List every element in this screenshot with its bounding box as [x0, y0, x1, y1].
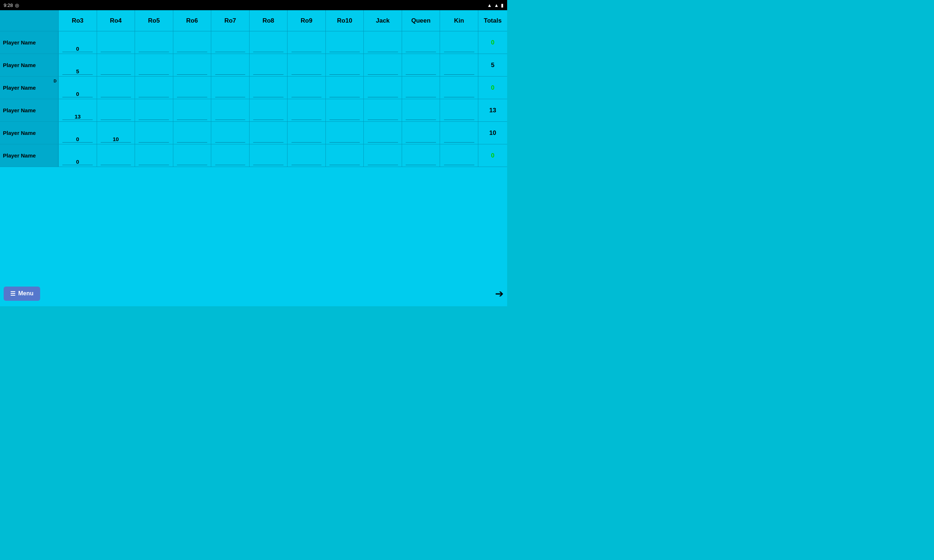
score-cell-3-3[interactable]	[173, 99, 211, 122]
score-cell-1-5[interactable]	[249, 54, 288, 76]
score-cell-0-0[interactable]	[59, 31, 97, 54]
score-input-1-0[interactable]	[62, 68, 92, 75]
score-input-4-6[interactable]	[291, 136, 322, 143]
score-cell-2-5[interactable]	[249, 77, 288, 99]
score-cell-0-9[interactable]	[402, 31, 440, 54]
score-input-4-0[interactable]	[62, 136, 92, 143]
score-cell-0-5[interactable]	[249, 31, 288, 54]
score-input-2-0[interactable]	[62, 91, 92, 97]
score-input-4-4[interactable]	[215, 136, 245, 143]
score-cell-0-1[interactable]	[97, 31, 135, 54]
score-cell-5-2[interactable]	[135, 145, 173, 167]
score-cell-3-7[interactable]	[325, 99, 364, 122]
score-input-0-2[interactable]	[139, 46, 169, 52]
menu-button[interactable]: ☰ Menu	[4, 286, 40, 301]
score-cell-3-0[interactable]	[59, 99, 97, 122]
score-input-3-8[interactable]	[368, 113, 398, 120]
score-input-5-8[interactable]	[368, 158, 398, 165]
score-input-2-6[interactable]	[291, 91, 322, 97]
score-cell-0-3[interactable]	[173, 31, 211, 54]
score-cell-5-10[interactable]	[440, 145, 478, 167]
score-cell-4-7[interactable]	[325, 122, 364, 144]
score-input-3-10[interactable]	[444, 113, 474, 120]
score-input-0-0[interactable]	[62, 46, 92, 52]
score-input-0-5[interactable]	[253, 46, 284, 52]
score-cell-2-2[interactable]	[135, 77, 173, 99]
score-input-1-4[interactable]	[215, 68, 245, 75]
score-cell-2-6[interactable]	[287, 77, 325, 99]
score-input-3-1[interactable]	[101, 113, 131, 120]
score-input-4-8[interactable]	[368, 136, 398, 143]
score-input-5-5[interactable]	[253, 158, 284, 165]
score-input-5-6[interactable]	[291, 158, 322, 165]
score-input-5-7[interactable]	[330, 158, 360, 165]
score-input-2-5[interactable]	[253, 91, 284, 97]
score-input-0-1[interactable]	[101, 46, 131, 52]
score-cell-2-4[interactable]	[211, 77, 249, 99]
score-input-4-1[interactable]	[101, 136, 131, 143]
score-cell-0-6[interactable]	[287, 31, 325, 54]
score-cell-1-9[interactable]	[402, 54, 440, 76]
score-cell-5-1[interactable]	[97, 145, 135, 167]
score-input-0-10[interactable]	[444, 46, 474, 52]
score-cell-3-8[interactable]	[364, 99, 402, 122]
score-cell-5-4[interactable]	[211, 145, 249, 167]
score-cell-3-4[interactable]	[211, 99, 249, 122]
player-name-cell-3[interactable]: Player Name	[0, 99, 59, 122]
score-input-1-2[interactable]	[139, 68, 169, 75]
score-cell-4-10[interactable]	[440, 122, 478, 144]
score-input-2-3[interactable]	[177, 91, 207, 97]
score-cell-2-7[interactable]	[325, 77, 364, 99]
score-cell-5-7[interactable]	[325, 145, 364, 167]
score-cell-2-10[interactable]	[440, 77, 478, 99]
score-input-0-7[interactable]	[330, 46, 360, 52]
player-name-cell-0[interactable]: Player Name	[0, 31, 59, 54]
score-cell-1-1[interactable]	[97, 54, 135, 76]
score-input-0-4[interactable]	[215, 46, 245, 52]
score-cell-3-9[interactable]	[402, 99, 440, 122]
score-input-3-5[interactable]	[253, 113, 284, 120]
score-cell-4-2[interactable]	[135, 122, 173, 144]
score-input-1-6[interactable]	[291, 68, 322, 75]
score-cell-4-3[interactable]	[173, 122, 211, 144]
score-cell-3-1[interactable]	[97, 99, 135, 122]
score-input-1-9[interactable]	[406, 68, 436, 75]
score-input-2-7[interactable]	[330, 91, 360, 97]
score-input-0-3[interactable]	[177, 46, 207, 52]
score-input-2-10[interactable]	[444, 91, 474, 97]
score-cell-3-2[interactable]	[135, 99, 173, 122]
score-input-5-9[interactable]	[406, 158, 436, 165]
score-input-5-10[interactable]	[444, 158, 474, 165]
score-input-1-5[interactable]	[253, 68, 284, 75]
score-cell-1-7[interactable]	[325, 54, 364, 76]
player-name-cell-5[interactable]: Player Name	[0, 145, 59, 167]
score-input-3-2[interactable]	[139, 113, 169, 120]
score-input-1-7[interactable]	[330, 68, 360, 75]
score-input-3-0[interactable]	[62, 113, 92, 120]
score-input-3-7[interactable]	[330, 113, 360, 120]
score-cell-1-6[interactable]	[287, 54, 325, 76]
score-cell-2-0[interactable]	[59, 77, 97, 99]
score-cell-3-5[interactable]	[249, 99, 288, 122]
score-input-2-9[interactable]	[406, 91, 436, 97]
score-cell-0-2[interactable]	[135, 31, 173, 54]
score-input-2-8[interactable]	[368, 91, 398, 97]
score-input-2-4[interactable]	[215, 91, 245, 97]
score-input-5-4[interactable]	[215, 158, 245, 165]
score-input-2-2[interactable]	[139, 91, 169, 97]
score-input-5-0[interactable]	[62, 158, 92, 165]
player-name-cell-4[interactable]: Player Name	[0, 122, 59, 144]
score-input-1-8[interactable]	[368, 68, 398, 75]
score-input-5-3[interactable]	[177, 158, 207, 165]
score-input-4-10[interactable]	[444, 136, 474, 143]
score-cell-1-2[interactable]	[135, 54, 173, 76]
score-cell-1-3[interactable]	[173, 54, 211, 76]
score-input-3-6[interactable]	[291, 113, 322, 120]
score-input-4-5[interactable]	[253, 136, 284, 143]
score-input-3-9[interactable]	[406, 113, 436, 120]
score-input-4-7[interactable]	[330, 136, 360, 143]
score-cell-1-4[interactable]	[211, 54, 249, 76]
score-cell-4-0[interactable]	[59, 122, 97, 144]
score-cell-5-0[interactable]	[59, 145, 97, 167]
score-input-4-2[interactable]	[139, 136, 169, 143]
